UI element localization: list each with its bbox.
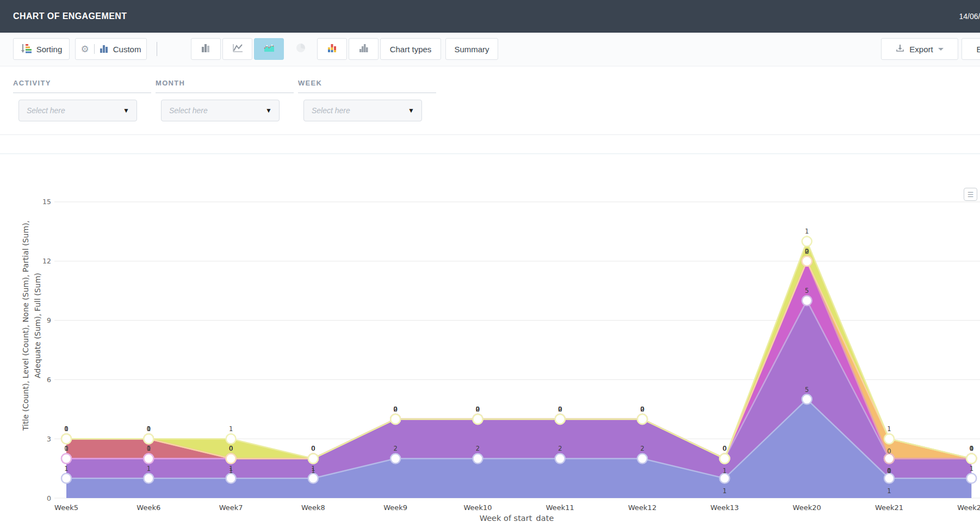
y-tick-label: 3 (47, 435, 51, 443)
point-label: 0 (805, 248, 809, 255)
data-point (144, 454, 153, 464)
filters-panel: ACTIVITY Select here ▼ MONTH Select here… (0, 67, 980, 135)
y-tick-label: 12 (42, 257, 51, 265)
toolbar-divider (157, 42, 157, 56)
data-point (802, 395, 812, 404)
exit-button-label: Exit (976, 45, 980, 54)
y-axis-title-line2: Adequate (Sum), Full (Sum) (33, 273, 42, 378)
x-axis-title: Week of start_date (480, 514, 554, 522)
exit-button[interactable]: Exit (962, 38, 980, 60)
activity-filter-select[interactable]: Select here ▼ (18, 100, 137, 121)
point-label: 0 (311, 445, 315, 452)
point-label: 0 (394, 406, 398, 413)
data-point (308, 454, 318, 464)
x-tick-label: Week6 (137, 503, 160, 512)
month-filter-label: MONTH (156, 79, 294, 93)
chart-menu-button[interactable]: ☰ (964, 188, 977, 201)
engagement-dashboard: { "header": { "title": "CHART OF ENGAGEM… (0, 0, 980, 522)
point-label: 0 (887, 467, 891, 475)
y-tick-label: 0 (47, 494, 51, 502)
chart-type-pie-button[interactable] (286, 38, 315, 60)
chart-type-line-button[interactable] (222, 38, 252, 60)
point-label: 0 (640, 406, 644, 413)
point-label: 0 (64, 445, 68, 452)
sorting-button[interactable]: Sorting (13, 38, 70, 60)
week-filter-label: WEEK (298, 79, 436, 93)
x-tick-label: Week21 (875, 503, 903, 512)
point-label: 0 (64, 425, 68, 433)
point-label: 1 (970, 465, 973, 472)
point-label: 2 (558, 445, 562, 452)
point-label: 1 (229, 467, 233, 475)
hamburger-menu-icon: ☰ (967, 191, 974, 199)
summary-button[interactable]: Summary (445, 38, 498, 60)
dropdown-caret-icon: ▼ (265, 107, 272, 114)
export-button[interactable]: Export (881, 38, 958, 60)
line-chart-icon (232, 44, 243, 54)
x-tick-label: Week5 (54, 503, 78, 512)
divider (94, 44, 95, 54)
header-bar: CHART OF ENGAGEMENT 14/06/20 (0, 0, 980, 33)
download-icon (896, 44, 904, 54)
data-point (144, 474, 153, 483)
month-filter-placeholder: Select here (169, 106, 208, 115)
point-label: 1 (805, 228, 809, 235)
x-tick-label: Week9 (383, 503, 407, 512)
summary-button-label: Summary (454, 45, 489, 54)
point-label: 1 (311, 467, 315, 475)
point-label: 0 (229, 445, 233, 452)
chart-type-bar-button[interactable] (191, 38, 221, 60)
chart-type-histogram-button[interactable] (349, 38, 379, 60)
filter-group-month: MONTH Select here ▼ (156, 79, 294, 121)
data-point (390, 414, 400, 424)
point-label: 2 (394, 445, 398, 452)
data-point (473, 414, 483, 424)
data-point (61, 434, 71, 444)
dropdown-caret-icon: ▼ (408, 107, 414, 114)
export-button-label: Export (909, 45, 933, 54)
point-label: 0 (558, 406, 562, 413)
chevron-down-icon (938, 48, 944, 51)
pie-chart-icon (295, 42, 306, 56)
week-filter-select[interactable]: Select here ▼ (303, 100, 422, 121)
data-point (226, 454, 236, 464)
engagement-chart-card: 03691215Week5Week6Week7Week8Week9Week10W… (0, 135, 980, 522)
point-label: 1 (723, 487, 727, 495)
data-point (555, 454, 565, 464)
custom-button[interactable]: ⚙ Custom (75, 38, 147, 60)
data-point (61, 454, 71, 464)
data-point (61, 474, 71, 483)
filter-group-activity: ACTIVITY Select here ▼ (13, 79, 151, 121)
point-label: 0 (887, 447, 891, 455)
chart-types-button[interactable]: Chart types (380, 38, 441, 60)
sorting-button-label: Sorting (36, 45, 63, 54)
data-point (802, 237, 812, 247)
point-label: 1 (229, 425, 233, 433)
data-point (390, 454, 400, 464)
data-point (720, 454, 729, 464)
chart-type-area-button[interactable] (254, 38, 284, 60)
activity-filter-placeholder: Select here (27, 106, 65, 115)
header-date: 14/06/20 (959, 12, 980, 21)
point-label: 1 (723, 467, 727, 475)
point-label: 0 (970, 445, 973, 452)
toolbar: Sorting ⚙ Custom (0, 33, 980, 66)
area-chart-icon (263, 44, 275, 54)
sort-descending-icon (21, 44, 32, 55)
month-filter-select[interactable]: Select here ▼ (161, 100, 280, 121)
engagement-chart[interactable]: 03691215Week5Week6Week7Week8Week9Week10W… (0, 135, 980, 522)
gear-icon: ⚙ (81, 45, 89, 54)
point-label: 5 (805, 287, 809, 294)
point-label: 0 (147, 425, 151, 433)
data-point (802, 296, 812, 305)
point-label: 0 (723, 445, 727, 452)
histogram-icon (358, 44, 369, 54)
custom-button-label: Custom (113, 45, 141, 54)
y-axis-title-line1: Title (Count), Level (Count), None (Sum)… (21, 220, 30, 431)
y-tick-label: 6 (47, 376, 51, 384)
chart-type-stacked-bar-button[interactable] (317, 38, 347, 60)
filter-group-week: WEEK Select here ▼ (298, 79, 436, 121)
y-tick-label: 9 (47, 316, 51, 324)
point-label: 0 (476, 406, 480, 413)
y-tick-label: 15 (42, 198, 51, 206)
